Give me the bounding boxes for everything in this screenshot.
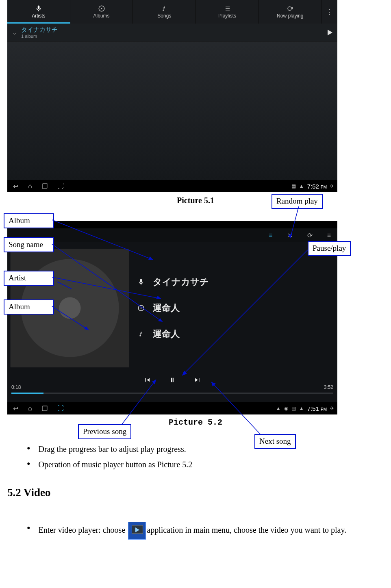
bullet-dot: ● [27, 522, 30, 534]
np-album-row: 運命人 [137, 302, 334, 314]
video-bullet: Enter video player: choose application i… [38, 522, 346, 540]
playback-controls [7, 374, 337, 384]
play-icon[interactable] [328, 30, 332, 35]
video-player-app-icon [128, 522, 146, 540]
label-pause-play: Pause/play [308, 241, 351, 256]
np-album: 運命人 [153, 302, 180, 314]
treble-icon [137, 330, 145, 338]
list-icon [224, 5, 231, 12]
elapsed-time: 0:18 [11, 384, 21, 390]
playlist-icon[interactable]: ≡ [269, 232, 272, 239]
tab-now-playing[interactable]: Now playing [259, 0, 322, 24]
airplane-icon: ✈ [330, 406, 334, 411]
tab-label: Playlists [218, 13, 236, 19]
clock: 7:52 PM [307, 183, 327, 190]
mic-icon [35, 5, 42, 12]
label-previous-song: Previous song [78, 424, 131, 439]
label-song-name: Song name [4, 237, 54, 252]
artist-row[interactable]: ⌄ タイナカサチ 1 album [7, 24, 337, 41]
np-artist-row: タイナカサチ [137, 276, 334, 288]
back-icon[interactable]: ↩ [13, 182, 18, 190]
tab-songs[interactable]: Songs [133, 0, 196, 24]
picture-icon: ▤ [291, 183, 296, 189]
mic-icon [137, 278, 145, 286]
bullet-1: Drag the progress bar to adjust play pro… [38, 442, 186, 456]
recent-icon[interactable]: ❐ [42, 182, 48, 190]
label-random-play: Random play [272, 194, 323, 209]
disc-icon [137, 304, 145, 312]
chevron-down-icon: ⌄ [12, 29, 17, 36]
np-song: 運命人 [153, 328, 180, 340]
screenshot-icon[interactable]: ⛶ [57, 182, 64, 190]
progress-bar[interactable] [11, 393, 333, 394]
music-artists-screenshot: Artists Albums Songs Playlists Now playi… [7, 0, 337, 192]
warning-icon: ▲ [299, 183, 304, 189]
pause-icon[interactable] [169, 376, 176, 384]
system-bar: ↩ ⌂ ❐ ⛶ ▲ ◉ ▤ ▲ 7:51 PM ✈ [7, 402, 337, 414]
recent-icon[interactable]: ❐ [42, 405, 48, 412]
artist-subtitle: 1 album [21, 34, 324, 39]
tab-label: Artists [32, 13, 45, 19]
total-time: 3:52 [324, 384, 333, 390]
label-album: Album [4, 213, 54, 228]
tab-albums[interactable]: Albums [70, 0, 133, 24]
back-icon[interactable]: ↩ [13, 405, 18, 412]
prev-icon[interactable] [143, 376, 151, 384]
home-icon[interactable]: ⌂ [28, 182, 32, 190]
tab-artists[interactable]: Artists [7, 0, 70, 24]
clock: 7:51 PM [307, 405, 327, 412]
np-artist: タイナカサチ [153, 276, 209, 288]
overflow-menu[interactable]: ⋮ [322, 0, 337, 24]
bullet-dot: ● [27, 442, 30, 456]
picture-5-2-caption: Picture 5.2 [0, 418, 391, 427]
screenshot-icon[interactable]: ⛶ [57, 405, 64, 412]
system-bar: ↩ ⌂ ❐ ⛶ ▤ ▲ 7:52 PM ✈ [7, 180, 337, 192]
status-bar: Music [7, 221, 337, 228]
warning-icon: ▲ [299, 406, 304, 411]
shuffle-icon[interactable]: ✕ [287, 232, 293, 239]
tab-label: Now playing [277, 13, 303, 19]
picture-icon: ▤ [291, 406, 296, 411]
disc-icon: ◉ [284, 406, 288, 411]
disc-icon [98, 5, 105, 12]
svg-point-4 [141, 308, 142, 309]
more-icon[interactable]: ≡ [327, 232, 331, 239]
bullet-dot: ● [27, 458, 30, 471]
svg-point-2 [288, 7, 291, 11]
now-playing-toolbar: ≡ ✕ ⟳ ≡ [7, 228, 337, 242]
tab-label: Albums [93, 13, 110, 19]
np-song-row: 運命人 [137, 328, 334, 340]
nowplay-icon [287, 5, 294, 12]
music-tabs: Artists Albums Songs Playlists Now playi… [7, 0, 337, 24]
bullet-2: Operation of music player button as Pict… [38, 458, 192, 471]
picture-5-1-caption: Picture 5.1 [0, 196, 391, 205]
tab-playlists[interactable]: Playlists [196, 0, 259, 24]
heading-5-2-video: 5.2 Video [7, 486, 51, 499]
repeat-icon[interactable]: ⟳ [307, 232, 313, 239]
airplane-icon: ✈ [330, 183, 334, 189]
warning-icon: ▲ [276, 406, 281, 411]
next-icon[interactable] [194, 376, 201, 384]
label-album-art: Album [4, 299, 54, 315]
artist-name: タイナカサチ [21, 26, 324, 34]
music-now-playing-screenshot: Music ≡ ✕ ⟳ ≡ タイナカサチ 運命人 運命人 [7, 221, 337, 414]
more-icon: ⋮ [326, 7, 333, 16]
treble-icon [161, 5, 168, 12]
svg-point-1 [101, 8, 102, 9]
tab-label: Songs [157, 13, 171, 19]
home-icon[interactable]: ⌂ [28, 405, 32, 412]
label-artist: Artist [4, 271, 54, 286]
